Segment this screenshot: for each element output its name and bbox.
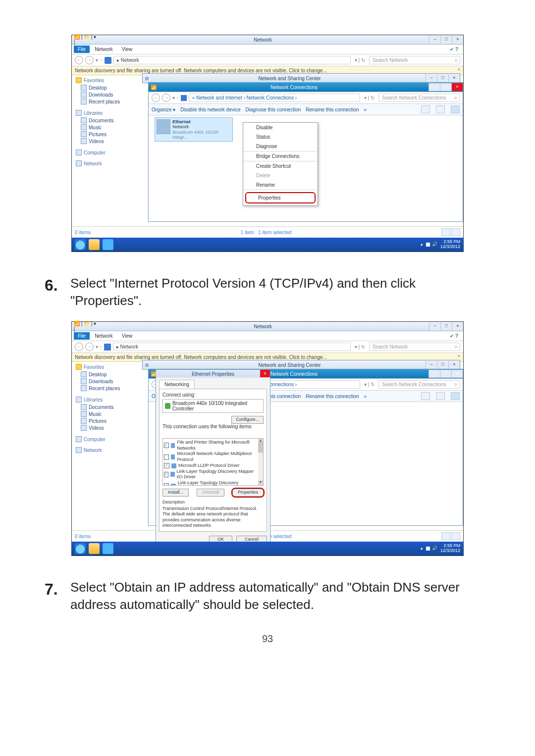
- ethernet-adapter-tile[interactable]: Ethernet Network Broadcom 440x 10/100 In…: [155, 117, 233, 142]
- minimize-button[interactable]: –: [429, 322, 440, 330]
- nc-maximize-button[interactable]: □: [440, 370, 451, 378]
- window-close-button[interactable]: ×: [452, 36, 463, 44]
- checkbox-icon[interactable]: [164, 472, 168, 477]
- tray-network-icon[interactable]: 🔊: [432, 242, 437, 247]
- forward-button[interactable]: →: [85, 343, 94, 351]
- sharing-close-button[interactable]: ×: [448, 361, 460, 369]
- nc-maximize-button[interactable]: □: [440, 83, 451, 91]
- tray-up-icon[interactable]: ▴: [421, 242, 423, 247]
- back-button[interactable]: ←: [75, 343, 83, 351]
- sidebar-recent[interactable]: Recent places: [76, 385, 134, 392]
- ctx-bridge[interactable]: Bridge Connections: [243, 151, 318, 161]
- checkbox-icon[interactable]: [164, 443, 169, 448]
- infobar-close-icon[interactable]: ×: [457, 353, 460, 359]
- view-options-button[interactable]: [421, 392, 430, 400]
- help-button[interactable]: [451, 105, 460, 113]
- cmd-rename[interactable]: Rename this connection: [306, 107, 359, 112]
- taskbar-app-icon[interactable]: [103, 543, 113, 554]
- scrollbar[interactable]: ▴ ▾: [258, 439, 263, 485]
- sidebar-favorites[interactable]: Favorites: [84, 78, 104, 83]
- sharing-maximize-button[interactable]: □: [437, 74, 448, 82]
- sidebar-libraries[interactable]: Libraries: [84, 397, 103, 403]
- taskbar-app-icon[interactable]: [103, 239, 113, 250]
- preview-pane-button[interactable]: [436, 105, 445, 113]
- sidebar-music[interactable]: Music: [76, 124, 134, 131]
- ctx-diagnose[interactable]: Diagnose: [243, 142, 318, 151]
- sharing-minimize-button[interactable]: –: [426, 361, 437, 369]
- sidebar-network[interactable]: Network: [84, 448, 102, 453]
- menu-view[interactable]: View: [118, 332, 137, 340]
- checkbox-icon[interactable]: [164, 483, 169, 486]
- sidebar-desktop[interactable]: Desktop: [76, 371, 134, 378]
- dialog-close-button[interactable]: ×: [260, 370, 270, 377]
- back-button[interactable]: ←: [75, 56, 83, 64]
- tray-flag-icon[interactable]: [426, 243, 430, 247]
- breadcrumb[interactable]: ▸ Network: [113, 343, 351, 351]
- window-close-button[interactable]: ×: [452, 322, 463, 330]
- maximize-button[interactable]: □: [440, 36, 452, 44]
- taskbar-explorer-icon[interactable]: [89, 543, 100, 554]
- taskbar-ie-icon[interactable]: [75, 239, 86, 250]
- checkbox-icon[interactable]: [164, 463, 169, 468]
- nc-search-input[interactable]: Search Network Connections: [378, 380, 460, 389]
- breadcrumb[interactable]: ▸ Network: [113, 56, 351, 64]
- nc-forward-button[interactable]: →: [162, 94, 170, 102]
- ctx-properties[interactable]: Properties: [245, 192, 316, 203]
- menu-file[interactable]: File: [74, 46, 90, 53]
- sidebar-documents[interactable]: Documents: [76, 403, 134, 410]
- sidebar-music[interactable]: Music: [76, 410, 134, 417]
- protocol-item[interactable]: Link-Layer Topology Discovery Mapper I/O…: [164, 469, 262, 480]
- view-tiles-button[interactable]: [451, 532, 460, 540]
- minimize-button[interactable]: –: [429, 36, 440, 44]
- ctx-status[interactable]: Status: [243, 132, 318, 142]
- infobar-close-icon[interactable]: ×: [457, 67, 460, 72]
- nc-search-input[interactable]: Search Network Connections: [378, 94, 460, 102]
- sidebar-videos[interactable]: Videos: [76, 138, 134, 145]
- checkbox-icon[interactable]: [164, 454, 169, 460]
- view-options-button[interactable]: [421, 105, 430, 113]
- cmd-organize[interactable]: Organize: [152, 107, 175, 112]
- protocol-listbox[interactable]: File and Printer Sharing for Microsoft N…: [162, 438, 264, 486]
- view-details-button[interactable]: [441, 532, 450, 540]
- sidebar-pictures[interactable]: Pictures: [76, 131, 134, 138]
- view-details-button[interactable]: [441, 228, 450, 236]
- install-button[interactable]: Install...: [162, 489, 189, 497]
- nc-minimize-button[interactable]: –: [428, 83, 440, 91]
- sharing-maximize-button[interactable]: □: [437, 361, 448, 369]
- protocol-item[interactable]: Link-Layer Topology Discovery Responder: [164, 480, 262, 486]
- tray-flag-icon[interactable]: [426, 547, 430, 551]
- protocol-item[interactable]: Microsoft Network Adapter Multiplexor Pr…: [164, 451, 262, 462]
- sidebar-downloads[interactable]: Downloads: [76, 91, 134, 98]
- menu-network[interactable]: Network: [91, 332, 117, 340]
- scroll-thumb[interactable]: [258, 442, 263, 453]
- nc-breadcrumb[interactable]: « Network and Internet › Network Connect…: [189, 94, 360, 102]
- sharing-minimize-button[interactable]: –: [426, 74, 437, 82]
- ctx-shortcut[interactable]: Create Shortcut: [243, 161, 318, 171]
- taskbar-ie-icon[interactable]: [75, 543, 86, 554]
- sidebar-favorites[interactable]: Favorites: [84, 364, 104, 370]
- nc-close-button[interactable]: ×: [451, 83, 463, 91]
- view-tiles-button[interactable]: [451, 228, 460, 236]
- sidebar-computer[interactable]: Computer: [84, 437, 106, 442]
- maximize-button[interactable]: □: [440, 322, 452, 330]
- sidebar-computer[interactable]: Computer: [84, 150, 106, 155]
- help-button[interactable]: [451, 392, 460, 400]
- taskbar-explorer-icon[interactable]: [89, 239, 100, 250]
- nc-close-button[interactable]: ×: [451, 370, 463, 378]
- nc-minimize-button[interactable]: –: [428, 370, 440, 378]
- protocol-item[interactable]: Microsoft LLDP Protocol Driver: [164, 463, 262, 469]
- cmd-more[interactable]: »: [364, 394, 367, 399]
- tab-networking[interactable]: Networking: [159, 380, 195, 389]
- forward-button[interactable]: →: [85, 56, 94, 64]
- sidebar-documents[interactable]: Documents: [76, 117, 134, 124]
- sidebar-pictures[interactable]: Pictures: [76, 417, 134, 424]
- scroll-down-icon[interactable]: ▾: [258, 480, 263, 485]
- sharing-close-button[interactable]: ×: [448, 74, 460, 82]
- ctx-disable[interactable]: Disable: [243, 123, 318, 132]
- sidebar-videos[interactable]: Videos: [76, 424, 134, 431]
- properties-button[interactable]: Properties: [232, 489, 264, 497]
- menu-network[interactable]: Network: [91, 46, 117, 53]
- sidebar-network[interactable]: Network: [84, 161, 102, 166]
- menu-file[interactable]: File: [74, 332, 90, 340]
- menu-view[interactable]: View: [118, 46, 137, 53]
